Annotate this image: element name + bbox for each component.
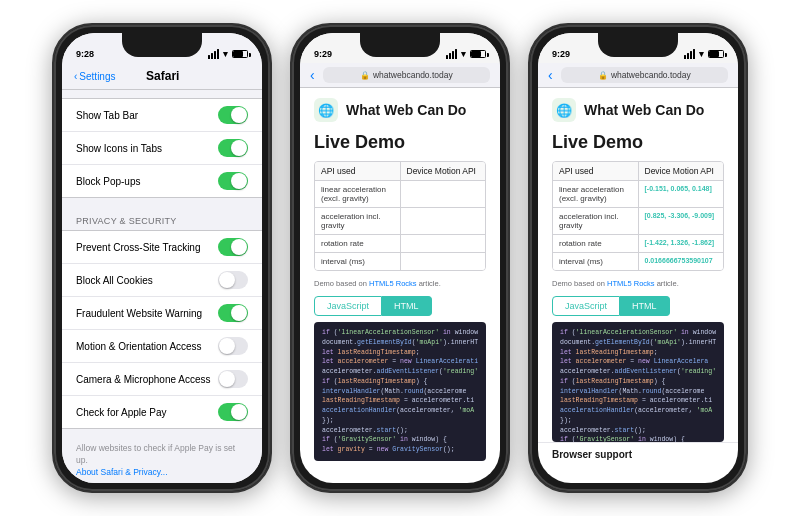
code-line: document.getElementById('moApi').innerHT… bbox=[560, 338, 716, 348]
setting-block-cookies: Block All Cookies bbox=[62, 264, 262, 297]
code-line: if (lastReadingTimestamp) { bbox=[322, 377, 478, 387]
row-label: acceleration incl. gravity bbox=[315, 208, 401, 234]
settings-group-privacy: Prevent Cross-Site Tracking Block All Co… bbox=[62, 230, 262, 429]
code-line: lastReadingTimestamp = accelerometer.ti bbox=[322, 396, 478, 406]
live-demo-title-3: Live Demo bbox=[538, 128, 738, 161]
code-line: accelerometer.start(); bbox=[322, 426, 478, 436]
toggle-show-icons[interactable] bbox=[218, 139, 248, 157]
page-icon-2: 🌐 bbox=[314, 98, 338, 122]
signal-icon-1 bbox=[208, 49, 219, 59]
url-text-2: whatwebcando.today bbox=[373, 70, 453, 80]
page-icon-3: 🌐 bbox=[552, 98, 576, 122]
table-row: linear acceleration (excl. gravity) [-0.… bbox=[553, 181, 723, 208]
toggle-camera-access[interactable] bbox=[218, 370, 248, 388]
row-value bbox=[401, 181, 486, 207]
wifi-icon-3: ▾ bbox=[699, 49, 704, 59]
api-col1-header-3: API used bbox=[553, 162, 639, 180]
battery-icon-2 bbox=[470, 50, 486, 58]
browser-back-btn-2[interactable]: ‹ bbox=[310, 67, 315, 83]
setting-cross-site: Prevent Cross-Site Tracking bbox=[62, 231, 262, 264]
phone-1: 9:28 ▾ ‹ Settings Safari bbox=[52, 23, 272, 493]
signal-icon-2 bbox=[446, 49, 457, 59]
api-col1-header: API used bbox=[315, 162, 401, 180]
tab-html-3[interactable]: HTML bbox=[620, 296, 670, 316]
row-value: [-0.151, 0.065, 0.148] bbox=[639, 181, 724, 207]
code-line: let gravity = new GravitySensor(); bbox=[322, 445, 478, 455]
table-row: rotation rate bbox=[315, 235, 485, 253]
row-label: rotation rate bbox=[553, 235, 639, 252]
about-safari-link[interactable]: About Safari & Privacy... bbox=[76, 467, 168, 477]
code-block-2: if ('linearAccelerationSensor' in window… bbox=[314, 322, 486, 461]
code-line: if ('GravitySensor' in window) { bbox=[322, 435, 478, 445]
row-label: rotation rate bbox=[315, 235, 401, 252]
api-col2-header-3: Device Motion API bbox=[639, 162, 724, 180]
table-row: acceleration incl. gravity [0.825, -3.30… bbox=[553, 208, 723, 235]
settings-group-general: Show Tab Bar Show Icons in Tabs Block Po… bbox=[62, 98, 262, 198]
wifi-icon-2: ▾ bbox=[461, 49, 466, 59]
setting-motion-access: Motion & Orientation Access bbox=[62, 330, 262, 363]
code-line: if (lastReadingTimestamp) { bbox=[560, 377, 716, 387]
row-value bbox=[401, 253, 486, 270]
setting-block-popups: Block Pop-ups bbox=[62, 165, 262, 197]
toggle-fraudulent-warning[interactable] bbox=[218, 304, 248, 322]
html5rocks-link-3[interactable]: HTML5 Rocks bbox=[607, 279, 655, 288]
page-title-3: What Web Can Do bbox=[584, 102, 704, 118]
setting-label: Camera & Microphone Access bbox=[76, 374, 218, 385]
code-line: accelerometer.addEventListener('reading'… bbox=[560, 367, 716, 377]
live-demo-title-2: Live Demo bbox=[300, 128, 500, 161]
api-col2-header: Device Motion API bbox=[401, 162, 486, 180]
back-label: Settings bbox=[79, 71, 115, 82]
safari-nav: ‹ Settings Safari bbox=[62, 63, 262, 90]
toggle-block-cookies[interactable] bbox=[218, 271, 248, 289]
phone-3: 9:29 ▾ ‹ 🔒 whatwebcando.today bbox=[528, 23, 748, 493]
code-line: let accelerometer = new LinearAccelera bbox=[560, 357, 716, 367]
toggle-block-popups[interactable] bbox=[218, 172, 248, 190]
toggle-show-tab-bar[interactable] bbox=[218, 106, 248, 124]
code-line: lastReadingTimestamp = accelerometer.ti bbox=[560, 396, 716, 406]
url-bar-3[interactable]: 🔒 whatwebcando.today bbox=[561, 67, 728, 83]
settings-footer-privacy: Allow websites to check if Apple Pay is … bbox=[62, 439, 262, 483]
code-line: let lastReadingTimestamp; bbox=[560, 348, 716, 358]
code-line: accelerometer.addEventListener('reading'… bbox=[322, 367, 478, 377]
signal-icon-3 bbox=[684, 49, 695, 59]
code-line: accelerationHandler(accelerometer, 'moA bbox=[322, 406, 478, 416]
setting-apple-pay: Check for Apple Pay bbox=[62, 396, 262, 428]
api-table-2: API used Device Motion API linear accele… bbox=[314, 161, 486, 271]
lock-icon-2: 🔒 bbox=[360, 71, 370, 80]
html5rocks-link-2[interactable]: HTML5 Rocks bbox=[369, 279, 417, 288]
url-bar-2[interactable]: 🔒 whatwebcando.today bbox=[323, 67, 490, 83]
row-value: [-1.422, 1.326, -1.862] bbox=[639, 235, 724, 252]
time-3: 9:29 bbox=[552, 49, 570, 59]
row-value: 0.016666675359010​7 bbox=[639, 253, 724, 270]
api-footer-note-3: Demo based on HTML5 Rocks article. bbox=[552, 279, 724, 288]
code-line: let accelerometer = new LinearAccelerati… bbox=[322, 357, 478, 367]
browser-support-bar: Browser support bbox=[538, 442, 738, 460]
tab-javascript-3[interactable]: JavaScript bbox=[552, 296, 620, 316]
battery-icon-3 bbox=[708, 50, 724, 58]
row-label: interval (ms) bbox=[315, 253, 401, 270]
table-row: acceleration incl. gravity bbox=[315, 208, 485, 235]
back-to-settings[interactable]: ‹ Settings bbox=[74, 71, 115, 82]
tab-html-2[interactable]: HTML bbox=[382, 296, 432, 316]
row-value bbox=[401, 235, 486, 252]
toggle-apple-pay[interactable] bbox=[218, 403, 248, 421]
api-table-header-3: API used Device Motion API bbox=[553, 162, 723, 181]
code-tabs-3: JavaScript HTML bbox=[552, 296, 724, 316]
table-row: interval (ms) 0.016666675359010​7 bbox=[553, 253, 723, 270]
row-label: linear acceleration (excl. gravity) bbox=[315, 181, 401, 207]
code-line: intervalHandler(Math.round(accelerome bbox=[322, 387, 478, 397]
battery-icon-1 bbox=[232, 50, 248, 58]
setting-camera-access: Camera & Microphone Access bbox=[62, 363, 262, 396]
time-2: 9:29 bbox=[314, 49, 332, 59]
toggle-motion-access[interactable] bbox=[218, 337, 248, 355]
row-label: acceleration incl. gravity bbox=[553, 208, 639, 234]
wifi-icon-1: ▾ bbox=[223, 49, 228, 59]
row-label: interval (ms) bbox=[553, 253, 639, 270]
lock-icon-3: 🔒 bbox=[598, 71, 608, 80]
code-tabs-2: JavaScript HTML bbox=[314, 296, 486, 316]
browser-back-btn-3[interactable]: ‹ bbox=[548, 67, 553, 83]
code-block-3: if ('linearAccelerationSensor' in window… bbox=[552, 322, 724, 442]
code-line: if ('GravitySensor' in window) { bbox=[560, 435, 716, 442]
toggle-cross-site[interactable] bbox=[218, 238, 248, 256]
tab-javascript-2[interactable]: JavaScript bbox=[314, 296, 382, 316]
